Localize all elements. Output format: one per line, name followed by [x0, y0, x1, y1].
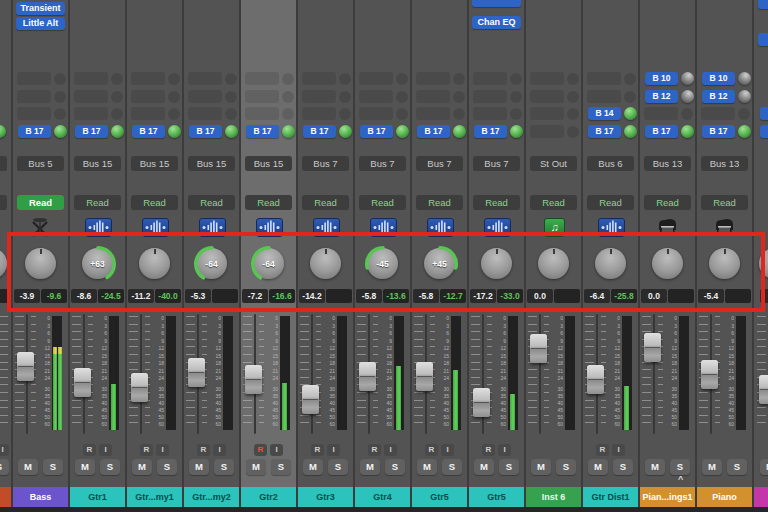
track-name[interactable]: Bass	[13, 487, 68, 507]
solo-button[interactable]: S	[670, 459, 690, 475]
empty-send-slot[interactable]	[245, 90, 279, 103]
volume-value[interactable]: 0.0	[641, 289, 667, 303]
send-button[interactable]: B 17	[588, 125, 621, 138]
automation-mode-button[interactable]: Read	[644, 195, 691, 210]
volume-fader[interactable]	[359, 362, 376, 391]
send-button[interactable]: B 17	[474, 125, 507, 138]
send-button[interactable]: B 17	[246, 125, 279, 138]
send-button[interactable]	[760, 125, 768, 138]
empty-send-slot[interactable]	[74, 72, 108, 85]
input-monitor-button[interactable]: I	[441, 444, 454, 456]
output-button[interactable]: Bus 13	[644, 156, 691, 171]
track-name[interactable]: Gtr...my1	[127, 487, 182, 507]
empty-send-slot[interactable]	[302, 107, 336, 120]
output-button[interactable]: Bus 7	[359, 156, 406, 171]
send-level-knob[interactable]	[111, 125, 124, 138]
empty-send-slot[interactable]	[359, 107, 393, 120]
empty-send-slot[interactable]	[245, 72, 279, 85]
empty-send-slot[interactable]	[131, 90, 165, 103]
empty-send-slot[interactable]	[473, 107, 507, 120]
volume-fader[interactable]	[302, 385, 319, 414]
volume-fader[interactable]	[701, 360, 718, 389]
peak-level-value[interactable]: -12.7	[440, 289, 466, 303]
input-monitor-button[interactable]: I	[612, 444, 625, 456]
send-button[interactable]: B 17	[189, 125, 222, 138]
empty-send-slot[interactable]	[17, 72, 51, 85]
track-name[interactable]: Gtr Dist1	[583, 487, 638, 507]
output-button[interactable]	[0, 156, 7, 171]
send-level-knob[interactable]	[282, 125, 295, 138]
volume-value[interactable]: 0.0	[527, 289, 553, 303]
volume-fader[interactable]	[131, 373, 148, 402]
track-name[interactable]: Gtr2	[241, 487, 296, 507]
automation-mode-button[interactable]	[0, 195, 7, 210]
record-enable-button[interactable]: R	[425, 444, 438, 456]
empty-send-slot[interactable]	[131, 107, 165, 120]
volume-value[interactable]	[760, 289, 768, 303]
volume-value[interactable]: -6.4	[584, 289, 610, 303]
send-level-knob[interactable]	[0, 125, 6, 138]
volume-fader[interactable]	[74, 368, 91, 397]
mute-button[interactable]: M	[18, 459, 38, 475]
empty-send-slot[interactable]	[530, 72, 564, 85]
send-button[interactable]: B 17	[18, 125, 51, 138]
send-level-knob[interactable]	[624, 107, 637, 120]
peak-level-value[interactable]	[725, 289, 751, 303]
send-level-knob[interactable]	[681, 72, 694, 85]
input-monitor-button[interactable]: I	[156, 444, 169, 456]
solo-button[interactable]: S	[100, 459, 120, 475]
peak-level-value[interactable]	[0, 289, 8, 303]
send-level-knob[interactable]	[681, 125, 694, 138]
track-name[interactable]	[754, 487, 768, 507]
empty-send-slot[interactable]	[644, 107, 678, 120]
empty-send-slot[interactable]	[530, 107, 564, 120]
mute-button[interactable]: M	[75, 459, 95, 475]
track-name[interactable]: Gtr5	[469, 487, 524, 507]
track-name[interactable]: Gtr4	[355, 487, 410, 507]
output-button[interactable]: Bus 13	[701, 156, 748, 171]
pan-knob[interactable]	[481, 248, 512, 279]
send-button[interactable]: B 12	[702, 90, 735, 103]
automation-mode-button[interactable]: Read	[359, 195, 406, 210]
volume-fader[interactable]	[759, 375, 768, 404]
volume-fader[interactable]	[530, 334, 547, 363]
send-button[interactable]: B 17	[645, 125, 678, 138]
send-button[interactable]: B 17	[303, 125, 336, 138]
output-button[interactable]: Bus 15	[245, 156, 292, 171]
record-enable-button[interactable]: R	[482, 444, 495, 456]
group-caret-icon[interactable]: ^	[678, 474, 683, 484]
record-enable-button[interactable]: R	[368, 444, 381, 456]
send-level-knob[interactable]	[738, 90, 751, 103]
empty-send-slot[interactable]	[188, 90, 222, 103]
input-monitor-button[interactable]: I	[0, 444, 9, 456]
pan-knob[interactable]	[310, 248, 341, 279]
empty-send-slot[interactable]	[473, 72, 507, 85]
record-enable-button[interactable]: R	[83, 444, 96, 456]
empty-send-slot[interactable]	[359, 90, 393, 103]
mute-button[interactable]: M	[246, 459, 266, 475]
output-button[interactable]: Bus 5	[17, 156, 64, 171]
empty-send-slot[interactable]	[416, 72, 450, 85]
mute-button[interactable]: M	[588, 459, 608, 475]
empty-send-slot[interactable]	[359, 72, 393, 85]
volume-value[interactable]: -14.2	[299, 289, 325, 303]
automation-mode-button[interactable]: Read	[17, 195, 64, 210]
send-button[interactable]: B 17	[702, 125, 735, 138]
empty-send-slot[interactable]	[245, 107, 279, 120]
volume-value[interactable]: -17.2	[470, 289, 496, 303]
pan-knob[interactable]	[538, 248, 569, 279]
empty-send-slot[interactable]	[416, 90, 450, 103]
empty-send-slot[interactable]	[701, 107, 735, 120]
empty-send-slot[interactable]	[587, 72, 621, 85]
peak-level-value[interactable]: -40.0	[155, 289, 181, 303]
automation-mode-button[interactable]: Read	[302, 195, 349, 210]
plugin-slot-button[interactable]: Little Alt	[16, 17, 65, 30]
plugin-slot-button[interactable]	[758, 33, 768, 46]
empty-send-slot[interactable]	[473, 90, 507, 103]
send-level-knob[interactable]	[168, 125, 181, 138]
empty-send-slot[interactable]	[74, 90, 108, 103]
send-level-knob[interactable]	[339, 125, 352, 138]
input-monitor-button[interactable]: I	[498, 444, 511, 456]
input-monitor-button[interactable]: I	[384, 444, 397, 456]
peak-level-value[interactable]	[212, 289, 238, 303]
